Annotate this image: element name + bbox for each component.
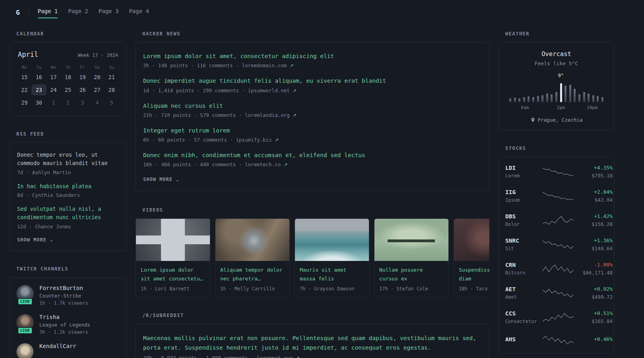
calendar-day[interactable]: 27 bbox=[90, 85, 105, 95]
tab-page-1[interactable]: Page 1 bbox=[38, 6, 58, 19]
calendar-day[interactable]: 4 bbox=[90, 97, 105, 108]
weather-time-label: 6am bbox=[521, 105, 529, 110]
stock-price: $165.84 bbox=[577, 318, 613, 324]
tab-page-3[interactable]: Page 3 bbox=[99, 6, 119, 19]
calendar-day[interactable]: 5 bbox=[104, 97, 119, 108]
hn-story: Donec enim nibh, condimentum et accumsan… bbox=[143, 151, 482, 167]
stock-row[interactable]: SNRCSit +1.36%$148.64 bbox=[505, 232, 607, 257]
show-more-label: SHOW MORE bbox=[17, 237, 47, 243]
calendar-day[interactable]: 16 bbox=[32, 72, 47, 82]
calendar-day[interactable]: 30 bbox=[32, 97, 47, 108]
video-thumbnail[interactable] bbox=[295, 219, 369, 261]
stock-change: -1.00% bbox=[577, 262, 613, 268]
stock-row[interactable]: IIGIpsum +2.84%$42.04 bbox=[505, 184, 607, 208]
calendar-day[interactable]: 28 bbox=[104, 85, 119, 95]
calendar-day[interactable]: 20 bbox=[90, 72, 105, 82]
video-body: Suspendisse diam 18h · Tara bbox=[454, 261, 489, 297]
hn-story-title[interactable]: Donec imperdiet augue tincidunt felis al… bbox=[143, 77, 482, 85]
hn-story-domain[interactable]: loremlandia.org bbox=[245, 112, 290, 118]
video-card[interactable]: Lorem ipsum dolor sit amet consectetu… 1… bbox=[136, 218, 210, 297]
hn-story-title[interactable]: Aliquam nec cursus elit bbox=[143, 102, 482, 110]
rss-section-title: RSS FEED bbox=[16, 131, 126, 137]
calendar-day[interactable]: 17 bbox=[46, 72, 61, 82]
hn-story-domain[interactable]: ipsumify.biz bbox=[236, 137, 272, 143]
channel-info: Trisha League of Legends 3h · 1.2k viewe… bbox=[39, 314, 90, 335]
rss-show-more-button[interactable]: SHOW MORE ⌄ bbox=[17, 237, 54, 243]
weather-bar bbox=[528, 96, 530, 102]
video-thumbnail[interactable] bbox=[215, 219, 289, 261]
calendar-day[interactable]: 19 bbox=[75, 72, 90, 82]
video-thumbnail[interactable] bbox=[136, 219, 210, 261]
twitch-channel-row[interactable]: KendallCarr bbox=[16, 343, 120, 358]
stock-row[interactable]: CCSConsectetur +0.51%$165.84 bbox=[505, 305, 607, 329]
channel-name[interactable]: Trisha bbox=[39, 314, 60, 320]
video-thumbnail[interactable] bbox=[454, 219, 489, 261]
calendar-day[interactable]: 24 bbox=[46, 85, 61, 95]
twitch-channel-row[interactable]: LIVE ForrestBurton Counter-Strike 1h · 1… bbox=[16, 285, 120, 306]
hn-story-title[interactable]: Lorem ipsum dolor sit amet, consectetur … bbox=[143, 52, 482, 60]
video-title[interactable]: Lorem ipsum dolor sit amet consectetu… bbox=[141, 267, 203, 281]
reddit-post-title[interactable]: Maecenas mollis pulvinar erat non posuer… bbox=[143, 334, 482, 353]
hn-story-title[interactable]: Donec enim nibh, condimentum et accumsan… bbox=[143, 151, 482, 159]
stock-row[interactable]: CRNBitcorn -1.00%$66,171.48 bbox=[505, 257, 607, 281]
video-title[interactable]: Mauris sit amet massa felis bbox=[300, 267, 346, 281]
stock-row[interactable]: AHS +0.46% bbox=[505, 329, 607, 351]
video-card[interactable]: Nullam posuere cursus ex 17h · Stefan Co… bbox=[374, 218, 449, 297]
hn-show-more-button[interactable]: SHOW MORE ⌄ bbox=[143, 177, 180, 182]
weather-bar bbox=[509, 98, 511, 102]
calendar-day[interactable]: 29 bbox=[17, 97, 32, 108]
calendar-day[interactable]: 21 bbox=[104, 72, 119, 82]
video-title[interactable]: Nullam posuere cursus ex bbox=[379, 267, 423, 281]
weather-bar bbox=[532, 97, 534, 102]
channel-game[interactable]: League of Legends bbox=[39, 322, 90, 328]
rss-item-title[interactable]: In hac habitasse platea bbox=[17, 182, 119, 191]
video-card[interactable]: Aliquam tempor dolor nec pharetra… 1h · … bbox=[215, 218, 290, 297]
video-card[interactable]: Suspendisse diam 18h · Tara bbox=[454, 218, 489, 297]
rss-item-title[interactable]: Sed volutpat nulla nisl, a condimentum n… bbox=[17, 205, 119, 222]
video-thumbnail[interactable] bbox=[374, 219, 448, 261]
stock-name: Lorem bbox=[505, 173, 539, 179]
calendar-day[interactable]: 22 bbox=[17, 85, 32, 95]
rss-item-title[interactable]: Donec tempor eros leo, ut commodo mauris… bbox=[17, 151, 119, 168]
calendar-day[interactable]: 26 bbox=[75, 85, 90, 95]
rss-widget: RSS FEED Donec tempor eros leo, ut commo… bbox=[10, 131, 126, 251]
calendar-day-header: We bbox=[46, 65, 61, 70]
stock-symbol: LDI bbox=[505, 165, 539, 171]
app-logo[interactable]: G bbox=[16, 9, 20, 16]
stock-sparkline bbox=[543, 239, 574, 250]
video-card[interactable]: Mauris sit amet massa felis 7h · Grayson… bbox=[295, 218, 369, 297]
video-title[interactable]: Aliquam tempor dolor nec pharetra… bbox=[220, 267, 283, 281]
hn-story: Integer eget rutrum lorem 6h · 60 points… bbox=[143, 126, 482, 143]
reddit-post-domain[interactable]: loremnet.xyz bbox=[257, 355, 293, 358]
channel-name[interactable]: ForrestBurton bbox=[39, 285, 83, 291]
hn-story-domain[interactable]: ipsumworld.net bbox=[248, 88, 289, 93]
weather-peak-temp: 9° bbox=[558, 73, 564, 78]
hn-story-domain[interactable]: loremtech.co bbox=[245, 161, 281, 167]
stock-change: +2.84% bbox=[577, 189, 613, 195]
calendar-widget: CALENDAR April Week 17 · 2024 MoTuWeThFr… bbox=[10, 31, 126, 116]
stock-symbol: AET bbox=[505, 286, 539, 292]
stock-row[interactable]: DBSDolor +1.42%$156.28 bbox=[505, 208, 607, 232]
tab-page-2[interactable]: Page 2 bbox=[68, 6, 88, 19]
calendar-day[interactable]: 1 bbox=[46, 97, 61, 108]
tab-page-4[interactable]: Page 4 bbox=[129, 6, 149, 19]
weather-bar bbox=[569, 85, 571, 102]
weather-bar bbox=[541, 95, 543, 102]
channel-game[interactable]: Counter-Strike bbox=[39, 293, 88, 299]
calendar-day[interactable]: 18 bbox=[61, 72, 76, 82]
stock-name: Dolor bbox=[505, 222, 539, 227]
twitch-channel-row[interactable]: LIVE Trisha League of Legends 3h · 1.2k … bbox=[16, 314, 120, 335]
calendar-day[interactable]: 23 bbox=[32, 85, 47, 95]
external-link-icon: ↗ bbox=[284, 162, 288, 167]
channel-name[interactable]: KendallCarr bbox=[39, 343, 76, 349]
channel-meta: 1h · 1.7k viewers bbox=[39, 300, 88, 306]
hn-story-domain[interactable]: loremdomain.com bbox=[242, 62, 287, 68]
calendar-day[interactable]: 3 bbox=[75, 97, 90, 108]
calendar-day[interactable]: 2 bbox=[61, 97, 76, 108]
hn-story-title[interactable]: Integer eget rutrum lorem bbox=[143, 126, 482, 134]
calendar-day[interactable]: 25 bbox=[61, 85, 76, 95]
calendar-day[interactable]: 15 bbox=[17, 72, 32, 82]
video-title[interactable]: Suspendisse diam bbox=[459, 267, 489, 281]
stock-row[interactable]: LDILorem +4.35%$795.18 bbox=[505, 160, 607, 184]
stock-row[interactable]: AETAmet +0.92%$499.72 bbox=[505, 281, 607, 305]
